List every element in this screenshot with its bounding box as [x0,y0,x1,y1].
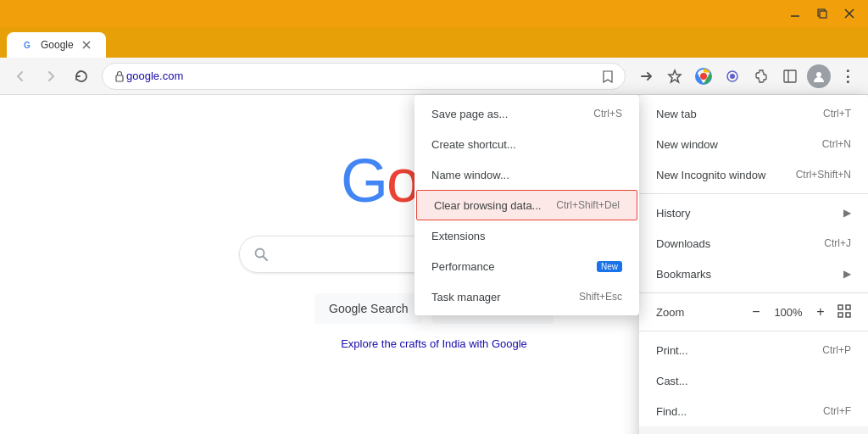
svg-line-18 [264,256,268,260]
create-shortcut-item[interactable]: Create shortcut... [415,129,639,159]
reload-button[interactable] [68,63,95,90]
browser-toolbar: google.com [0,58,868,95]
restore-button[interactable] [810,2,834,25]
separator-2 [639,292,868,293]
save-page-as-label: Save page as... [431,108,508,120]
active-tab[interactable]: G Google [7,32,106,58]
new-incognito-label: New Incognito window [656,169,765,181]
find-label: Find... [656,405,687,418]
clear-browsing-shortcut: Ctrl+Shift+Del [556,199,620,211]
find-shortcut: Ctrl+F [823,405,851,417]
address-bar[interactable]: google.com [102,63,626,90]
new-window-label: New window [656,138,718,151]
tab-bar: G Google [0,27,868,58]
bookmarks-label: Bookmarks [656,268,711,281]
svg-rect-24 [846,313,850,317]
svg-point-16 [816,72,821,77]
svg-point-13 [730,74,735,79]
toolbar-right: ⋮ [632,63,861,90]
name-window-label: Name window... [431,169,509,181]
extensions-label: Extensions [431,230,486,242]
chrome-icon[interactable] [690,63,717,90]
address-text: google.com [126,70,601,82]
new-window-item[interactable]: New window Ctrl+N [639,129,868,159]
more-tools-menu: Save page as... Ctrl+S Create shortcut..… [415,95,639,315]
svg-rect-14 [784,70,796,82]
history-item[interactable]: History ▶ [639,198,868,228]
new-window-shortcut: Ctrl+N [822,138,851,150]
search-icon [253,247,269,262]
svg-point-12 [700,73,707,80]
clear-browsing-data-label: Clear browsing data... [434,199,541,212]
separator-3 [639,331,868,331]
new-incognito-shortcut: Ctrl+Shift+N [796,169,851,181]
svg-rect-9 [116,75,123,81]
task-manager-shortcut: Shift+Esc [579,291,622,303]
back-button[interactable] [7,63,34,90]
new-tab-shortcut: Ctrl+T [823,108,851,120]
zoom-minus-button[interactable]: − [746,302,766,322]
find-item[interactable]: Find... Ctrl+F [639,396,868,426]
task-manager-label: Task manager [431,291,501,303]
clear-browsing-data-item[interactable]: Clear browsing data... Ctrl+Shift+Del [416,190,637,220]
zoom-fullscreen-button[interactable] [837,304,851,320]
minimize-button[interactable] [783,2,807,25]
performance-item[interactable]: Performance New [415,251,639,281]
explore-link[interactable]: Explore the crafts of India with Google [341,337,527,350]
lock-icon [113,70,126,83]
extensions-item[interactable]: Extensions [415,220,639,251]
performance-label: Performance [431,260,494,273]
bookmarks-arrow: ▶ [843,268,851,280]
zoom-plus-button[interactable]: + [810,302,831,322]
cast-label: Cast... [656,375,688,387]
zoom-row: Zoom − 100% + [639,297,868,327]
downloads-item[interactable]: Downloads Ctrl+J [639,228,868,259]
holoplay-icon[interactable] [719,63,746,90]
share-icon[interactable] [632,63,659,90]
history-label: History [656,207,690,220]
create-shortcut-label: Create shortcut... [431,138,516,151]
extensions-icon[interactable] [748,63,775,90]
tab-close-icon[interactable] [81,39,92,51]
bookmarks-item[interactable]: Bookmarks ▶ [639,259,868,289]
zoom-value: 100% [773,306,804,319]
tab-favicon: G [20,38,34,52]
save-page-shortcut: Ctrl+S [593,108,622,120]
svg-text:G: G [24,41,31,50]
separator-1 [639,193,868,194]
profile-avatar[interactable] [805,63,832,90]
svg-rect-22 [846,305,850,309]
zoom-label: Zoom [656,306,684,319]
new-tab-item[interactable]: New tab Ctrl+T [639,98,868,129]
print-label: Print... [656,344,688,357]
svg-marker-10 [669,70,681,82]
svg-rect-23 [838,313,843,317]
downloads-label: Downloads [656,237,710,250]
save-page-as-item[interactable]: Save page as... Ctrl+S [415,98,639,129]
print-shortcut: Ctrl+P [822,344,851,356]
bookmark-icon[interactable] [601,70,615,83]
close-button[interactable] [837,2,861,25]
new-incognito-item[interactable]: New Incognito window Ctrl+Shift+N [639,159,868,190]
google-search-button[interactable]: Google Search [314,293,422,324]
new-badge: New [597,261,622,272]
star-icon[interactable] [661,63,688,90]
task-manager-item[interactable]: Task manager Shift+Esc [415,281,639,312]
sidebar-icon[interactable] [776,63,804,90]
svg-rect-2 [820,11,826,18]
title-bar [0,0,868,27]
more-tools-item[interactable]: More tools ▶ [639,426,868,434]
forward-button[interactable] [37,63,64,90]
main-menu: New tab Ctrl+T New window Ctrl+N New Inc… [639,95,868,434]
new-tab-label: New tab [656,108,697,120]
tab-title: Google [41,39,74,51]
cast-item[interactable]: Cast... [639,365,868,396]
name-window-item[interactable]: Name window... [415,159,639,190]
svg-rect-21 [838,305,843,309]
print-item[interactable]: Print... Ctrl+P [639,335,868,365]
downloads-shortcut: Ctrl+J [824,237,851,249]
menu-button[interactable]: ⋮ [834,63,861,90]
zoom-controls: − 100% + [746,302,851,322]
history-arrow: ▶ [843,207,851,219]
